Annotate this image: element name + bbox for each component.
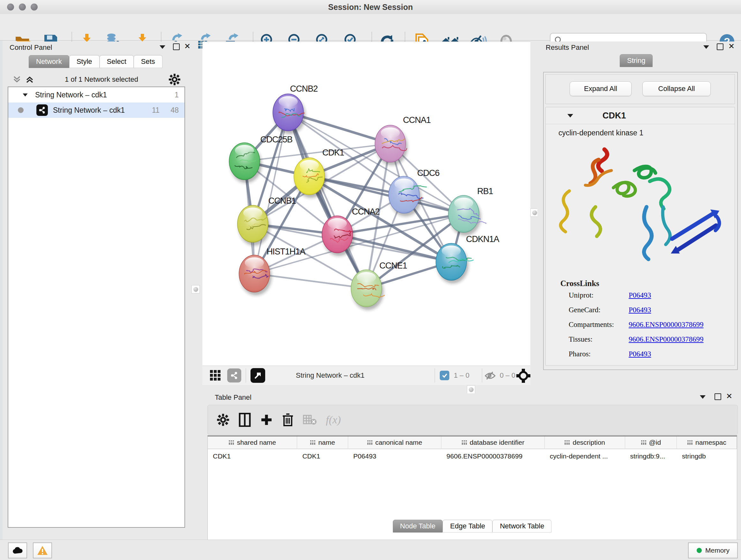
collection-count: 1 (175, 91, 179, 99)
edge-CCNB2-CCNE1[interactable] (288, 112, 366, 288)
table-cell[interactable]: cyclin-dependent ... (545, 449, 625, 463)
table-panel: Table Panel ✕ f(x) shared namenamecanoni… (203, 393, 741, 540)
edge-count: 48 (171, 106, 179, 115)
network-graph[interactable]: CCNB2CCNA1CDC25BCDK1CDC6RB1CCNB1CCNA2CDK… (202, 42, 530, 366)
node-CDKN1A[interactable] (436, 243, 474, 284)
left-splitter-handle[interactable] (192, 285, 200, 294)
title-bar: Session: New Session (0, 0, 741, 14)
table-body: CDK1CDK1P064939606.ENSP00000378699cyclin… (208, 449, 737, 463)
node-HIST1H1A[interactable] (239, 255, 272, 295)
grid-view-icon[interactable] (209, 369, 221, 381)
panel-menu-icon[interactable] (700, 395, 705, 399)
column-header-canonical-name[interactable]: canonical name (348, 436, 441, 449)
table-cell[interactable]: stringdb (677, 449, 737, 463)
crosslink-value-link[interactable]: 9606.ENSP00000378699 (629, 320, 704, 335)
node-count: 11 (152, 106, 159, 115)
network-row-selected[interactable]: String Network – cdk1 11 48 (8, 103, 185, 118)
column-header-name[interactable]: name (297, 436, 348, 449)
show-columns-icon[interactable] (239, 413, 251, 427)
control-panel: Control Panel ✕ NetworkStyleSelectSets 1… (3, 42, 189, 531)
memory-button[interactable]: Memory (688, 543, 738, 558)
status-bar: Memory (0, 540, 741, 560)
warning-status-button[interactable] (33, 543, 52, 558)
table-cell[interactable]: CDK1 (208, 449, 297, 463)
node-label-CDKN1A: CDKN1A (466, 234, 499, 244)
add-column-icon[interactable] (260, 414, 273, 426)
node-CDK1[interactable] (294, 158, 327, 198)
table-toolbar: f(x) (207, 405, 738, 435)
tab-string[interactable]: String (620, 54, 653, 67)
table-cell[interactable]: 9606.ENSP00000378699 (441, 449, 545, 463)
crosslink-row: Tissues:9606.ENSP00000378699 (569, 335, 735, 350)
collapse-all-button[interactable]: Collapse All (643, 81, 711, 96)
panel-menu-icon[interactable] (159, 45, 165, 49)
collapse-all-icon[interactable] (12, 75, 22, 84)
network-type-icon (37, 105, 48, 116)
node-CCNB2[interactable] (273, 94, 306, 134)
panel-menu-icon[interactable] (703, 45, 709, 49)
panel-close-icon[interactable]: ✕ (728, 44, 735, 49)
column-header-database-identifier[interactable]: database identifier (441, 436, 545, 449)
crosshair-icon[interactable] (516, 369, 530, 383)
tab-edge-table[interactable]: Edge Table (443, 520, 492, 533)
column-type-icon (310, 440, 316, 445)
node-label-CCNA2: CCNA2 (352, 207, 380, 216)
panel-float-icon[interactable] (717, 44, 724, 50)
hidden-count: 0 – 0 (500, 371, 515, 380)
expand-all-icon[interactable] (25, 75, 35, 84)
crosslink-label: Compartments: (569, 320, 629, 335)
table-row[interactable]: CDK1CDK1P064939606.ENSP00000378699cyclin… (208, 449, 737, 463)
crosslink-value-link[interactable]: P06493 (629, 291, 651, 306)
tab-select[interactable]: Select (99, 55, 134, 68)
tab-node-table[interactable]: Node Table (393, 520, 443, 533)
tab-style[interactable]: Style (69, 55, 99, 68)
string-results-box: Expand All Collapse All CDK1 cyclin-depe… (543, 72, 738, 370)
delete-column-icon[interactable] (282, 413, 294, 427)
tab-network-table[interactable]: Network Table (492, 520, 551, 533)
open-in-window-icon[interactable] (251, 368, 265, 383)
column-header-@id[interactable]: @id (625, 436, 677, 449)
toolbar-divider (434, 368, 435, 382)
panel-float-icon[interactable] (173, 44, 180, 50)
panel-close-icon[interactable]: ✕ (726, 393, 732, 399)
network-collection-row[interactable]: String Network – cdk1 1 (8, 87, 185, 103)
node-CCNE1[interactable] (351, 270, 385, 310)
crosslink-value-link[interactable]: 9606.ENSP00000378699 (629, 335, 704, 350)
collection-expander-icon[interactable] (23, 93, 27, 96)
protein-structure-image (551, 140, 730, 277)
birdseye-view-icon[interactable] (227, 368, 241, 382)
panel-close-icon[interactable]: ✕ (184, 44, 191, 49)
window-title: Session: New Session (0, 3, 741, 12)
column-header-namespac[interactable]: namespac (677, 436, 737, 449)
section-expander-icon[interactable] (567, 114, 573, 118)
warning-icon (37, 546, 48, 555)
column-header-description[interactable]: description (545, 436, 625, 449)
panel-float-icon[interactable] (715, 393, 721, 400)
table-cell[interactable]: CDK1 (297, 449, 348, 463)
node-CDC6[interactable] (389, 176, 427, 216)
node-RB1[interactable] (448, 195, 486, 236)
expand-collapse-bar: Expand All Collapse All (545, 74, 735, 104)
network-canvas[interactable]: CCNB2CCNA1CDC25BCDK1CDC6RB1CCNB1CCNA2CDK… (202, 42, 530, 366)
table-cell[interactable]: P06493 (348, 449, 441, 463)
column-header-shared-name[interactable]: shared name (208, 436, 297, 449)
current-network-name: String Network – cdk1 (296, 371, 364, 380)
expand-all-button[interactable]: Expand All (569, 81, 631, 96)
selected-checkbox-icon[interactable] (440, 371, 449, 380)
node-CCNA2[interactable] (322, 216, 354, 256)
node-result-header[interactable]: CDK1 (546, 107, 735, 124)
node-result-section: CDK1 cyclin-dependent kinase 1 (545, 107, 735, 366)
node-label-CCNB2: CCNB2 (290, 84, 318, 94)
node-label-CCNB1: CCNB1 (268, 196, 296, 206)
crosslink-value-link[interactable]: P06493 (629, 350, 651, 365)
tab-sets[interactable]: Sets (134, 55, 162, 68)
crosslink-row: GeneCard:P06493 (569, 306, 735, 320)
table-gear-icon[interactable] (217, 414, 229, 426)
cloud-status-button[interactable] (8, 543, 27, 558)
horizontal-splitter-handle[interactable] (467, 385, 475, 394)
table-cell[interactable]: stringdb:9... (625, 449, 677, 463)
tab-network[interactable]: Network (29, 55, 69, 68)
crosslink-value-link[interactable]: P06493 (629, 306, 651, 320)
gear-icon[interactable] (169, 73, 181, 85)
memory-status-dot (696, 548, 702, 553)
